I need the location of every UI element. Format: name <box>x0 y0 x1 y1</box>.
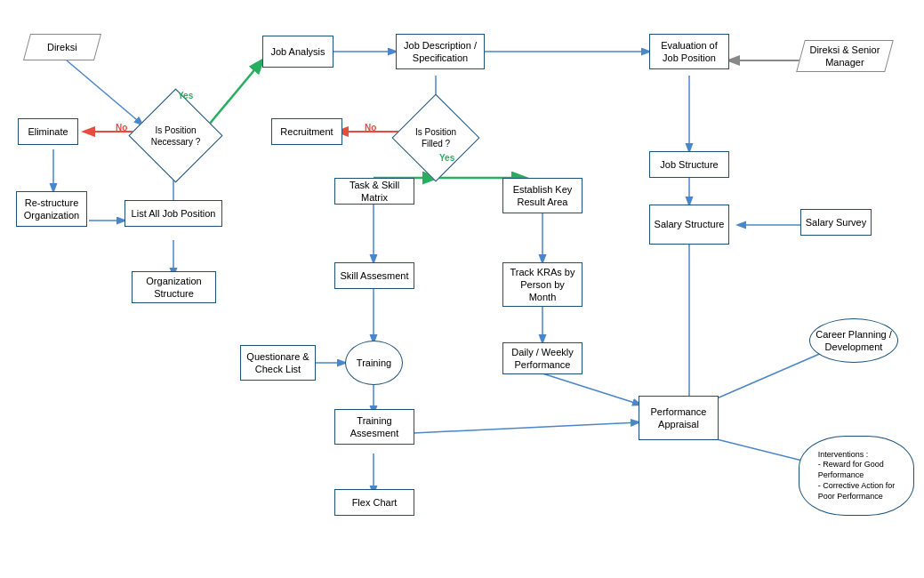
svg-line-20 <box>414 422 639 433</box>
training-assessment-node: Training Assesment <box>334 409 414 445</box>
direksi-label: Direksi <box>47 41 77 53</box>
training-assessment-label: Training Assesment <box>339 414 410 440</box>
establish-kra-node: Establish Key Result Area <box>502 178 583 213</box>
establish-kra-label: Establish Key Result Area <box>507 183 578 209</box>
questionaire-label: Questionare & Check List <box>245 350 311 376</box>
eval-job-node: Evaluation of Job Position <box>649 34 729 69</box>
recruitment-label: Recruitment <box>280 125 333 138</box>
restructure-label: Re-structure Organization <box>20 197 83 222</box>
job-desc-label: Job Description / Specification <box>400 39 480 65</box>
job-analysis-label: Job Analysis <box>270 45 325 58</box>
salary-survey-label: Salary Survey <box>806 216 866 229</box>
skill-assessment-node: Skill Assesment <box>334 262 414 289</box>
list-job-label: List All Job Position <box>132 207 216 220</box>
career-planning-node: Career Planning / Development <box>809 318 898 363</box>
job-structure-node: Job Structure <box>649 151 729 178</box>
flex-chart-label: Flex Chart <box>352 496 398 509</box>
salary-survey-node: Salary Survey <box>800 209 872 236</box>
is-filled-label: Is Position Filled ? <box>406 108 466 168</box>
training-node: Training <box>345 341 403 385</box>
direksi-senior-label: Direksi & Senior Manager <box>801 44 888 69</box>
svg-line-25 <box>703 436 809 462</box>
is-filled-node: Is Position Filled ? <box>392 94 480 182</box>
task-skill-label: Task & Skill Matrix <box>339 179 410 205</box>
track-kras-node: Track KRAs by Person by Month <box>502 262 583 307</box>
direksi-node: Direksi <box>23 34 101 60</box>
flex-chart-node: Flex Chart <box>334 489 414 516</box>
training-label: Training <box>357 357 391 369</box>
questionaire-node: Questionare & Check List <box>240 345 316 381</box>
list-job-node: List All Job Position <box>125 200 222 227</box>
svg-line-0 <box>67 60 142 124</box>
job-desc-node: Job Description / Specification <box>396 34 485 69</box>
svg-line-24 <box>703 347 836 405</box>
svg-line-1 <box>209 60 262 124</box>
no-label-1: No <box>116 123 127 132</box>
daily-perf-label: Daily / Weekly Performance <box>507 346 578 372</box>
restructure-node: Re-structure Organization <box>16 191 87 227</box>
yes-label-2: Yes <box>439 153 454 163</box>
eliminate-label: Eliminate <box>28 125 68 138</box>
eliminate-node: Eliminate <box>18 118 78 145</box>
career-planning-label: Career Planning / Development <box>814 328 894 354</box>
direksi-senior-node: Direksi & Senior Manager <box>796 40 894 72</box>
org-structure-label: Organization Structure <box>136 275 212 301</box>
performance-appraisal-label: Performance Appraisal <box>643 405 714 431</box>
is-position-label: Is Position Necessary ? <box>143 103 208 168</box>
no-label-2: No <box>365 123 376 132</box>
skill-assessment-label: Skill Assesment <box>340 269 408 282</box>
recruitment-node: Recruitment <box>271 118 342 145</box>
eval-job-label: Evaluation of Job Position <box>654 39 725 65</box>
salary-structure-node: Salary Structure <box>649 205 729 245</box>
daily-perf-node: Daily / Weekly Performance <box>502 342 583 374</box>
svg-line-19 <box>542 373 640 405</box>
task-skill-node: Task & Skill Matrix <box>334 178 414 205</box>
org-structure-node: Organization Structure <box>132 271 216 303</box>
performance-appraisal-node: Performance Appraisal <box>639 396 719 440</box>
job-structure-label: Job Structure <box>660 158 718 171</box>
is-position-node: Is Position Necessary ? <box>128 88 222 182</box>
job-analysis-node: Job Analysis <box>262 36 333 68</box>
diagram: Direksi Job Analysis Job Description / S… <box>0 0 924 578</box>
interventions-label: Interventions : - Reward for Good Perfor… <box>818 450 896 502</box>
yes-label-1: Yes <box>178 91 193 100</box>
track-kras-label: Track KRAs by Person by Month <box>507 266 578 304</box>
salary-structure-label: Salary Structure <box>655 218 725 230</box>
interventions-node: Interventions : - Reward for Good Perfor… <box>799 436 914 516</box>
